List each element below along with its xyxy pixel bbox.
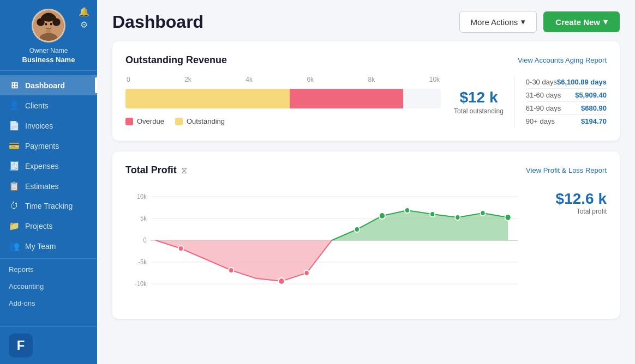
sidebar-item-expenses[interactable]: 🧾 Expenses <box>0 156 97 176</box>
invoices-icon: 📄 <box>9 120 20 131</box>
total-amount: $12 k <box>459 89 498 106</box>
aging-range: 90+ days <box>526 117 555 125</box>
create-new-label: Create New <box>555 17 600 27</box>
notifications-icon[interactable]: 🔔 <box>79 8 89 16</box>
main-content: Dashboard More Actions ▾ Create New ▾ Ou… <box>97 0 635 364</box>
filter-icon[interactable]: ⧖ <box>181 166 187 175</box>
sidebar-item-projects[interactable]: 📁 Projects <box>0 216 97 236</box>
sidebar: 🔔 ⚙ <box>0 0 97 364</box>
aging-row: 90+ days $194.70 <box>526 115 607 128</box>
my-team-icon: 👥 <box>9 241 20 251</box>
svg-point-32 <box>505 214 511 221</box>
axis-2k: 2k <box>184 76 191 83</box>
legend-outstanding: Outstanding <box>175 117 225 125</box>
avatar-image <box>33 10 64 41</box>
aging-range: 31-60 days <box>526 91 561 99</box>
view-profit-loss-link[interactable]: View Profit & Loss Report <box>526 166 607 174</box>
content-area: Outstanding Revenue View Accounts Aging … <box>97 41 635 334</box>
overdue-label: Overdue <box>137 117 164 125</box>
owner-name: Owner Name <box>29 47 68 54</box>
settings-icon[interactable]: ⚙ <box>80 21 88 29</box>
more-actions-button[interactable]: More Actions ▾ <box>459 11 537 33</box>
clients-label: Clients <box>25 101 49 110</box>
sidebar-item-clients[interactable]: 👤 Clients <box>0 95 97 116</box>
svg-text:-5k: -5k <box>138 259 147 265</box>
projects-icon: 📁 <box>9 221 20 231</box>
svg-point-30 <box>455 215 460 220</box>
profit-graph: 10k 5k 0 -5k -10k <box>125 186 528 306</box>
payments-label: Payments <box>25 142 59 150</box>
sidebar-item-accounting[interactable]: Accounting <box>0 278 97 295</box>
bar-overdue <box>290 89 403 108</box>
total-profit-title: Total Profit <box>125 165 177 176</box>
svg-point-26 <box>355 227 360 232</box>
profit-chart-area: 10k 5k 0 -5k -10k <box>125 186 607 306</box>
total-outstanding: $12 k Total outstanding <box>454 76 515 128</box>
total-profit-header: Total Profit ⧖ View Profit & Loss Report <box>125 165 607 176</box>
bar-chart-container: 0 2k 4k 6k 8k 10k Overdue <box>125 76 441 128</box>
svg-point-31 <box>480 210 485 216</box>
aging-table: 0-30 days $6,100.89 days 31-60 days $5,9… <box>526 76 607 128</box>
bar-legend: Overdue Outstanding <box>125 117 441 125</box>
aging-value: $194.70 <box>581 117 607 125</box>
sidebar-item-invoices[interactable]: 📄 Invoices <box>0 116 97 136</box>
bar-outstanding <box>125 89 290 108</box>
svg-point-24 <box>278 278 284 284</box>
profit-label: Total profit <box>577 208 607 215</box>
expenses-label: Expenses <box>25 162 58 171</box>
svg-point-29 <box>430 211 435 217</box>
revenue-chart-area: 0 2k 4k 6k 8k 10k Overdue <box>125 76 607 128</box>
sidebar-item-my-team[interactable]: 👥 My Team <box>0 236 97 256</box>
dashboard-icon: ⊞ <box>9 80 20 90</box>
sidebar-footer: F <box>0 326 97 364</box>
sidebar-item-estimates[interactable]: 📋 Estimates <box>0 176 97 196</box>
view-aging-report-link[interactable]: View Accounts Aging Report <box>518 56 607 64</box>
expenses-icon: 🧾 <box>9 161 20 171</box>
profit-summary: $12.6 k Total profit <box>541 186 607 306</box>
axis-4k: 4k <box>245 76 253 83</box>
sidebar-item-dashboard[interactable]: ⊞ Dashboard <box>0 75 97 95</box>
nav-divider <box>0 258 97 259</box>
chevron-down-icon: ▾ <box>521 17 525 27</box>
profit-amount: $12.6 k <box>556 190 607 208</box>
aging-value: $5,909.40 <box>575 91 607 99</box>
aging-row: 31-60 days $5,909.40 <box>526 89 607 102</box>
svg-point-22 <box>178 246 183 251</box>
aging-value: $6,100.89 days <box>557 78 607 86</box>
axis-8k: 8k <box>368 76 375 83</box>
sidebar-item-time-tracking[interactable]: ⏱ Time Tracking <box>0 196 97 216</box>
page-header: Dashboard More Actions ▾ Create New ▾ <box>97 0 635 41</box>
aging-range: 61-90 days <box>526 104 561 112</box>
profile-icons: 🔔 ⚙ <box>79 8 89 29</box>
sidebar-item-add-ons[interactable]: Add-ons <box>0 295 97 312</box>
sidebar-item-payments[interactable]: 💳 Payments <box>0 136 97 156</box>
revenue-summary: $12 k Total outstanding 0-30 days $6,100… <box>454 76 607 128</box>
profit-svg: 10k 5k 0 -5k -10k <box>125 186 528 295</box>
header-actions: More Actions ▾ Create New ▾ <box>459 11 620 33</box>
svg-point-7 <box>42 13 55 22</box>
estimates-icon: 📋 <box>9 181 20 191</box>
outstanding-dot <box>175 118 183 125</box>
avatar[interactable] <box>32 9 65 43</box>
overdue-dot <box>125 118 133 125</box>
payments-icon: 💳 <box>9 141 20 151</box>
aging-row: 0-30 days $6,100.89 days <box>526 76 607 89</box>
create-new-button[interactable]: Create New ▾ <box>543 11 620 32</box>
svg-point-4 <box>40 33 58 43</box>
my-team-label: My Team <box>25 242 56 251</box>
outstanding-revenue-title: Outstanding Revenue <box>125 54 227 66</box>
more-actions-label: More Actions <box>471 17 518 27</box>
outstanding-revenue-card: Outstanding Revenue View Accounts Aging … <box>112 41 620 141</box>
freshbooks-logo[interactable]: F <box>9 333 33 357</box>
projects-label: Projects <box>25 222 53 230</box>
freshbooks-letter: F <box>17 338 25 353</box>
time-tracking-icon: ⏱ <box>9 201 20 211</box>
bar-track <box>125 89 441 108</box>
aging-row: 61-90 days $680.90 <box>526 102 607 115</box>
axis-10k: 10k <box>429 76 440 83</box>
outstanding-label: Outstanding <box>187 117 225 125</box>
time-tracking-label: Time Tracking <box>25 202 73 210</box>
sidebar-item-reports[interactable]: Reports <box>0 261 97 278</box>
svg-point-28 <box>405 208 410 213</box>
axis-0: 0 <box>127 76 130 83</box>
